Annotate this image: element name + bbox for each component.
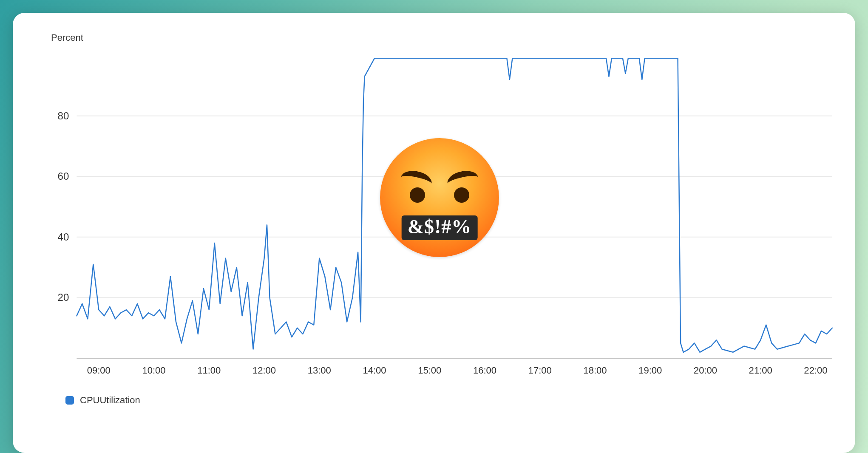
svg-text:18:00: 18:00 <box>583 365 607 376</box>
series-line <box>77 58 832 352</box>
svg-text:21:00: 21:00 <box>749 365 772 376</box>
legend: CPUUtilization <box>65 395 841 406</box>
svg-text:80: 80 <box>58 110 69 122</box>
svg-text:10:00: 10:00 <box>142 365 165 376</box>
svg-text:14:00: 14:00 <box>363 365 386 376</box>
svg-text:09:00: 09:00 <box>87 365 111 376</box>
chart-card: Percent 2040608009:0010:0011:0012:0013:0… <box>13 13 855 453</box>
svg-text:11:00: 11:00 <box>197 365 221 376</box>
svg-text:20: 20 <box>58 292 69 303</box>
svg-text:22:00: 22:00 <box>804 365 827 376</box>
svg-text:16:00: 16:00 <box>473 365 496 376</box>
svg-text:13:00: 13:00 <box>308 365 331 376</box>
svg-text:60: 60 <box>58 170 69 182</box>
legend-series-label: CPUUtilization <box>80 395 140 406</box>
legend-swatch-icon <box>65 396 74 405</box>
svg-text:17:00: 17:00 <box>528 365 552 376</box>
svg-text:19:00: 19:00 <box>638 365 662 376</box>
svg-text:20:00: 20:00 <box>694 365 717 376</box>
y-axis-label: Percent <box>51 32 841 43</box>
plot-area: 2040608009:0010:0011:0012:0013:0014:0015… <box>38 51 841 384</box>
svg-text:15:00: 15:00 <box>418 365 441 376</box>
svg-text:12:00: 12:00 <box>252 365 276 376</box>
line-chart: 2040608009:0010:0011:0012:0013:0014:0015… <box>38 51 841 384</box>
svg-text:40: 40 <box>58 231 69 243</box>
